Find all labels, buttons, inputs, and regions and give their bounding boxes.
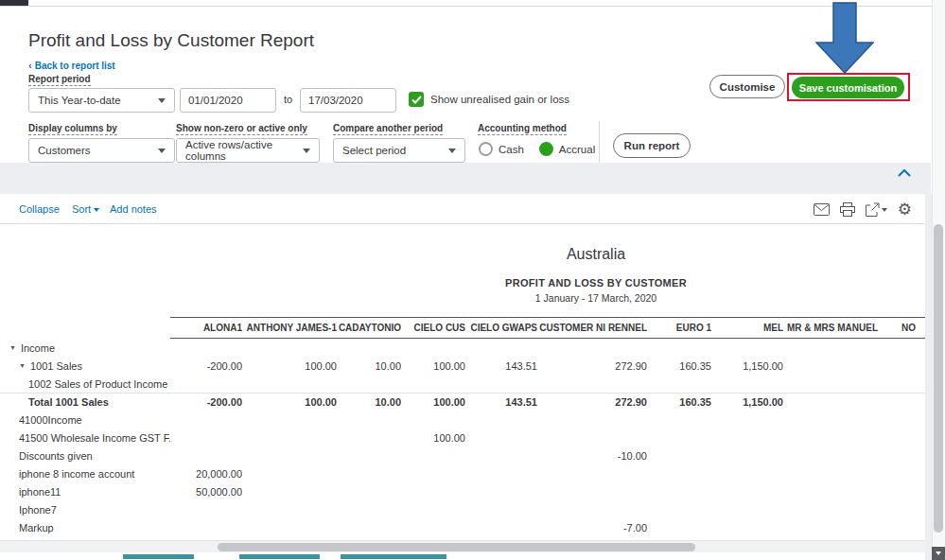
row-label[interactable]: 1001 Sales: [30, 360, 82, 372]
row-label: Markup: [19, 522, 54, 534]
settings-gear-icon[interactable]: ⚙: [898, 201, 912, 218]
export-icon[interactable]: [866, 202, 887, 217]
filter-divider: [599, 121, 600, 163]
collapse-link[interactable]: Collapse: [19, 203, 60, 215]
annotation-arrow-down-icon: [815, 2, 874, 74]
display-columns-by-value: Customers: [38, 145, 91, 156]
table-cell: 160.35: [647, 396, 711, 408]
top-border-line: [0, 6, 945, 7]
date-range-to-label: to: [284, 94, 292, 105]
report-action-icons: ⚙: [814, 201, 912, 218]
table-cell: 100.00: [242, 396, 337, 408]
print-icon[interactable]: [840, 202, 855, 217]
table-row: iphone1150,000.00: [0, 482, 925, 500]
row-label: 1002 Sales of Product Income: [28, 378, 167, 390]
from-date-input[interactable]: [180, 88, 276, 113]
report-period-range: 1 January - 17 March, 2020: [0, 292, 925, 304]
run-report-button[interactable]: Run report: [613, 133, 691, 158]
column-header-mr-mrs-manuel: MR & MRS MANUEL: [783, 323, 878, 333]
chevron-down-icon: [94, 208, 99, 212]
column-header-euro-1: EURO 1: [647, 323, 711, 333]
chevron-down-icon: [158, 149, 166, 153]
table-cell: 100.00: [401, 432, 465, 444]
vertical-scrollbar-thumb[interactable]: [934, 224, 943, 533]
table-cell: 160.35: [647, 360, 711, 372]
to-date-input[interactable]: [300, 88, 396, 113]
table-cell: -200.00: [170, 396, 242, 408]
accrual-radio-label: Accrual: [559, 144, 595, 155]
chevron-left-icon: ‹: [28, 60, 32, 71]
row-label-cell: 41000Income: [0, 414, 170, 426]
unrealised-gain-checkbox[interactable]: Show unrealised gain or loss: [409, 92, 569, 107]
column-header-cielo-gwaps: CIELO GWAPS: [465, 323, 537, 333]
display-columns-by-label: Display columns by: [28, 123, 117, 135]
page-title: Profit and Loss by Customer Report: [28, 30, 314, 51]
report-title: PROFIT AND LOSS BY CUSTOMER: [0, 277, 925, 289]
table-header-row: ALONA1ANTHONY JAMES-1CADAYTONIOCIELO CUS…: [170, 317, 925, 339]
row-label-cell: ▼1001 Sales: [0, 360, 170, 372]
display-columns-by-select[interactable]: Customers: [28, 138, 175, 163]
table-cell: 272.90: [537, 396, 647, 408]
column-header-customer-ni-rennel: CUSTOMER NI RENNEL: [537, 323, 647, 333]
clipped-footer-link: [123, 554, 194, 559]
table-cell: 20,000.00: [170, 468, 242, 480]
row-label-cell: Total 1001 Sales: [0, 396, 170, 408]
accounting-method-radio-group: Cash Accrual: [479, 142, 595, 156]
table-row: iphone 8 income account20,000.00: [0, 464, 925, 482]
row-label-cell: 41500 Wholesale Income GST F...: [0, 432, 170, 444]
column-header-anthony-james-1: ANTHONY JAMES-1: [242, 323, 337, 333]
report-table: ALONA1ANTHONY JAMES-1CADAYTONIOCIELO CUS…: [0, 317, 925, 536]
table-cell: 100.00: [401, 360, 465, 372]
accounting-method-label: Accounting method: [478, 123, 567, 135]
chevron-down-icon: [936, 551, 941, 555]
table-cell: 1,150.00: [711, 360, 783, 372]
collapse-row-arrow-icon[interactable]: ▼: [19, 362, 26, 369]
table-row: 41500 Wholesale Income GST F...100.00: [0, 429, 925, 446]
row-label-cell: Markup: [0, 522, 170, 534]
compare-period-select[interactable]: Select period: [333, 138, 465, 163]
table-row: ▼Income: [0, 339, 925, 357]
row-label[interactable]: Income: [21, 342, 55, 354]
accrual-radio[interactable]: [539, 142, 553, 156]
table-cell: 10.00: [337, 396, 401, 408]
horizontal-scrollbar-thumb[interactable]: [218, 543, 695, 551]
row-label-cell: 1002 Sales of Product Income: [0, 378, 170, 390]
row-label: iphone11: [19, 486, 61, 498]
chevron-down-icon: [303, 149, 310, 153]
table-cell: -10.00: [537, 450, 647, 462]
row-label-cell: iphone 8 income account: [0, 468, 170, 480]
horizontal-scrollbar[interactable]: [0, 540, 925, 552]
show-nonzero-select[interactable]: Active rows/active columns: [176, 138, 320, 163]
clipped-footer-link: [341, 554, 446, 559]
sort-link[interactable]: Sort: [72, 203, 99, 215]
scroll-down-button[interactable]: [932, 547, 945, 560]
chevron-down-icon: [448, 149, 456, 153]
table-cell: 100.00: [242, 360, 337, 372]
compare-period-value: Select period: [342, 145, 406, 156]
column-header-cadaytonio: CADAYTONIO: [337, 323, 401, 333]
show-nonzero-value: Active rows/active columns: [185, 139, 295, 162]
customise-button[interactable]: Customise: [709, 75, 785, 98]
row-label-cell: iphone11: [0, 486, 170, 498]
table-row: ▼1001 Sales-200.00100.0010.00100.00143.5…: [0, 357, 925, 375]
collapse-panel-chevron[interactable]: [895, 166, 914, 181]
report-period-select[interactable]: This Year-to-date: [28, 88, 175, 113]
email-icon[interactable]: [814, 203, 830, 216]
row-label-cell: Discounts given: [0, 450, 170, 462]
column-header-mel: MEL: [711, 323, 783, 333]
unrealised-gain-label: Show unrealised gain or loss: [430, 94, 569, 105]
row-label: iphone 8 income account: [19, 468, 134, 480]
back-to-report-list-link[interactable]: ‹Back to report list: [28, 60, 115, 71]
table-cell: -200.00: [170, 360, 242, 372]
table-cell: 10.00: [337, 360, 401, 372]
save-customisation-button[interactable]: Save customisation: [792, 77, 904, 98]
cash-radio[interactable]: [479, 142, 493, 156]
table-cell: 1,150.00: [711, 396, 783, 408]
cash-radio-label: Cash: [499, 144, 524, 155]
show-nonzero-label: Show non-zero or active only: [176, 123, 307, 135]
table-cell: 50,000.00: [170, 486, 242, 498]
add-notes-link[interactable]: Add notes: [110, 203, 157, 215]
collapse-row-arrow-icon[interactable]: ▼: [9, 344, 16, 351]
row-label-cell: ▼Income: [0, 342, 170, 354]
table-row: Total 1001 Sales-200.00100.0010.00100.00…: [0, 393, 925, 411]
